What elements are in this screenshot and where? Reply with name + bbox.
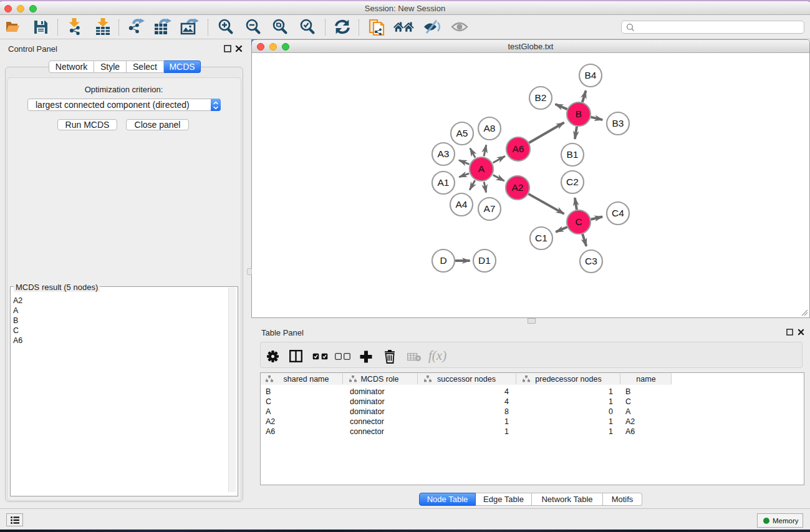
svg-text:A1: A1 xyxy=(438,177,450,188)
svg-text:D1: D1 xyxy=(478,255,491,266)
svg-text:A8: A8 xyxy=(484,123,496,133)
svg-text:B: B xyxy=(576,109,582,119)
svg-text:B3: B3 xyxy=(612,118,624,128)
svg-text:C4: C4 xyxy=(612,208,624,218)
svg-text:C1: C1 xyxy=(535,233,547,243)
svg-text:B4: B4 xyxy=(585,70,597,80)
svg-text:A6: A6 xyxy=(513,143,524,154)
svg-text:A: A xyxy=(478,163,485,174)
svg-text:B2: B2 xyxy=(535,92,547,103)
svg-text:A4: A4 xyxy=(456,199,468,210)
svg-text:B1: B1 xyxy=(567,149,579,160)
svg-text:D: D xyxy=(440,255,446,266)
svg-text:A7: A7 xyxy=(484,203,496,214)
svg-text:A2: A2 xyxy=(512,182,524,193)
svg-text:C2: C2 xyxy=(566,177,579,187)
svg-text:A5: A5 xyxy=(456,128,468,138)
svg-text:C: C xyxy=(575,216,582,227)
svg-text:C3: C3 xyxy=(585,256,597,266)
svg-text:A3: A3 xyxy=(438,148,450,159)
